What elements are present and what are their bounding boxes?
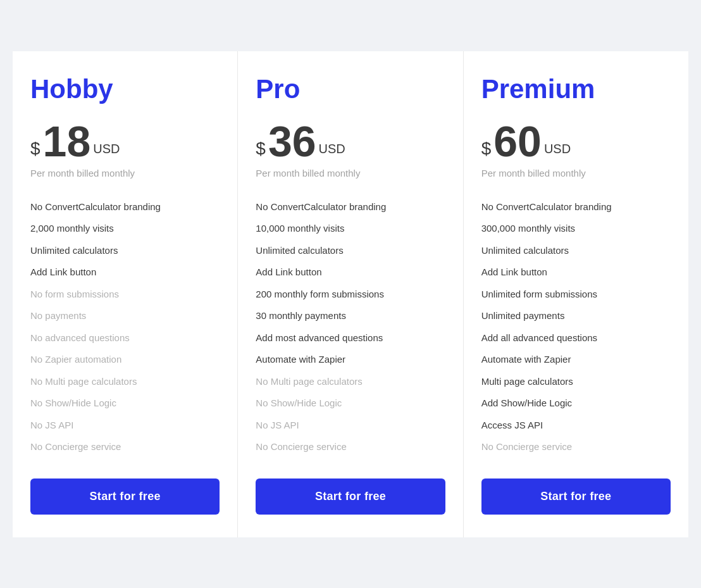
feature-item: No Concierge service [256, 436, 445, 458]
feature-item: No Concierge service [481, 436, 671, 458]
feature-item: No Concierge service [30, 436, 220, 458]
price-amount-premium: 60 [493, 120, 542, 163]
billing-info-hobby: Per month billed monthly [30, 168, 220, 178]
feature-item: Add Show/Hide Logic [481, 392, 671, 415]
feature-item: No payments [30, 305, 220, 327]
feature-item: No JS API [256, 415, 445, 437]
cta-button-hobby[interactable]: Start for free [30, 479, 220, 515]
plan-name-pro: Pro [256, 74, 445, 104]
plan-name-premium: Premium [481, 74, 671, 104]
pricing-card-hobby: Hobby$18USDPer month billed monthlyNo Co… [13, 51, 238, 537]
feature-item: Unlimited payments [481, 305, 671, 327]
price-currency-premium: USD [544, 142, 571, 156]
price-dollar-hobby: $ [30, 140, 40, 158]
cta-button-pro[interactable]: Start for free [256, 479, 445, 515]
feature-item: Unlimited calculators [30, 240, 220, 262]
price-dollar-premium: $ [481, 140, 492, 158]
feature-item: Automate with Zapier [481, 349, 671, 371]
pricing-card-premium: Premium$60USDPer month billed monthlyNo … [464, 51, 688, 537]
feature-item: No form submissions [30, 284, 220, 306]
price-dollar-pro: $ [256, 140, 266, 158]
features-list-hobby: No ConvertCalculator branding2,000 month… [30, 196, 220, 458]
billing-info-premium: Per month billed monthly [481, 168, 671, 178]
features-list-pro: No ConvertCalculator branding10,000 mont… [256, 196, 445, 458]
price-currency-pro: USD [319, 142, 345, 156]
feature-item: 30 monthly payments [256, 305, 445, 327]
plan-name-hobby: Hobby [30, 74, 220, 104]
feature-item: Add all advanced questions [481, 327, 671, 349]
feature-item: Add most advanced questions [256, 327, 445, 349]
feature-item: 10,000 monthly visits [256, 218, 445, 240]
feature-item: No ConvertCalculator branding [256, 196, 445, 218]
billing-info-pro: Per month billed monthly [256, 168, 445, 178]
feature-item: Access JS API [481, 415, 671, 437]
feature-item: Unlimited calculators [481, 240, 671, 262]
feature-item: No ConvertCalculator branding [30, 196, 220, 218]
feature-item: Add Link button [481, 261, 671, 284]
feature-item: Unlimited form submissions [481, 284, 671, 306]
feature-item: Multi page calculators [481, 371, 671, 393]
feature-item: No advanced questions [30, 327, 220, 349]
feature-item: No Multi page calculators [30, 371, 220, 393]
feature-item: 200 monthly form submissions [256, 284, 445, 306]
feature-item: No Show/Hide Logic [256, 392, 445, 415]
features-list-premium: No ConvertCalculator branding300,000 mon… [481, 196, 671, 458]
pricing-container: Hobby$18USDPer month billed monthlyNo Co… [13, 51, 688, 537]
feature-item: No JS API [30, 415, 220, 437]
price-currency-hobby: USD [93, 142, 120, 156]
feature-item: 300,000 monthly visits [481, 218, 671, 240]
price-row-pro: $36USD [256, 120, 445, 163]
feature-item: No Show/Hide Logic [30, 392, 220, 415]
price-amount-hobby: 18 [43, 120, 91, 163]
feature-item: No Zapier automation [30, 349, 220, 371]
price-row-hobby: $18USD [30, 120, 220, 163]
feature-item: Add Link button [30, 261, 220, 284]
feature-item: Unlimited calculators [256, 240, 445, 262]
feature-item: No ConvertCalculator branding [481, 196, 671, 218]
feature-item: Automate with Zapier [256, 349, 445, 371]
pricing-card-pro: Pro$36USDPer month billed monthlyNo Conv… [238, 51, 463, 537]
price-row-premium: $60USD [481, 120, 671, 163]
price-amount-pro: 36 [268, 120, 316, 163]
cta-button-premium[interactable]: Start for free [481, 479, 671, 515]
feature-item: 2,000 monthly visits [30, 218, 220, 240]
feature-item: No Multi page calculators [256, 371, 445, 393]
feature-item: Add Link button [256, 261, 445, 284]
